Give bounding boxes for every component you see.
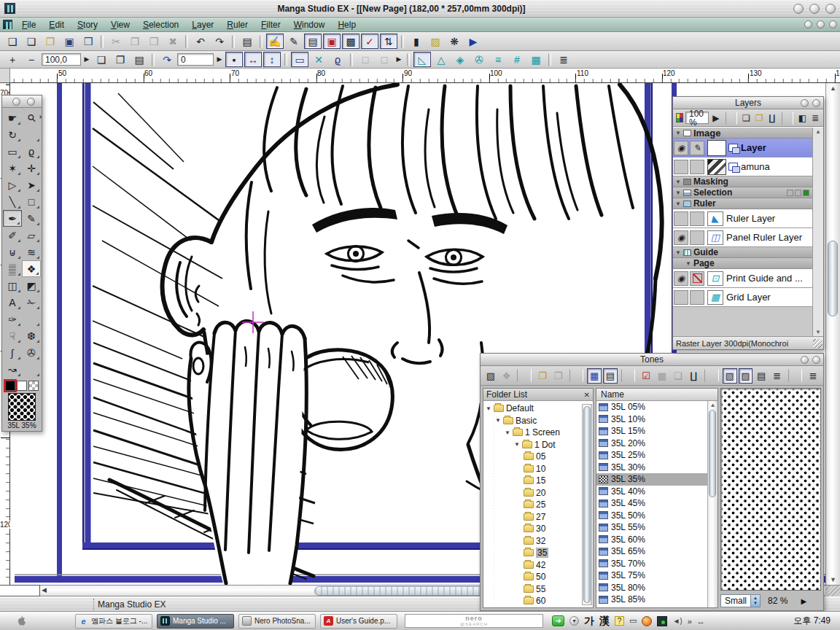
effects-button[interactable]: ❋ <box>446 34 463 49</box>
text-tool[interactable]: A <box>3 294 22 311</box>
tray-overflow-chevron[interactable]: » <box>688 617 692 626</box>
view-details-button[interactable]: ≣ <box>770 368 785 384</box>
tone-list-item[interactable]: 35L 30% <box>596 462 707 474</box>
volume-icon[interactable]: ◄) <box>672 617 682 625</box>
tones-title-bar[interactable]: Tones <box>481 354 823 366</box>
menu-item[interactable]: Ruler <box>220 20 254 30</box>
layer-row[interactable]: ▼ Masking <box>673 176 812 187</box>
sewing-tool[interactable]: ✁ <box>22 294 41 311</box>
tone-list-item[interactable]: 35L 05% <box>596 401 707 413</box>
tone-list-item[interactable]: 35L 75% <box>596 569 707 582</box>
page-list-button[interactable]: ▤ <box>304 34 322 49</box>
expand-triangle-icon[interactable]: ▼ <box>675 130 681 136</box>
expand-triangle-icon[interactable]: ▼ <box>495 417 501 424</box>
palette-close-button[interactable] <box>812 356 820 364</box>
pattern-brush-tool[interactable]: ❆ <box>22 327 41 344</box>
undo-button[interactable]: ↶ <box>192 34 209 49</box>
tones-menu-button[interactable]: ≣ <box>806 368 820 384</box>
layer-thumbnail[interactable] <box>707 140 726 156</box>
transparent-color-swatch[interactable] <box>28 381 39 391</box>
ruler-parallel-button[interactable]: ≡ <box>489 52 507 67</box>
tone-list-item[interactable]: 35L 35% <box>596 473 707 486</box>
zoom-out-button[interactable]: − <box>23 52 40 67</box>
layer-name[interactable]: amuna <box>741 161 770 172</box>
marker-tool[interactable]: ✐ <box>3 227 22 244</box>
lock-layer-button[interactable]: ◧ <box>797 110 809 125</box>
new-layer-button[interactable]: ❏ <box>741 110 752 125</box>
current-tone-preview[interactable] <box>8 393 36 421</box>
curve-ruler-tool[interactable]: ∫ <box>3 344 22 361</box>
layer-name[interactable]: Panel Ruler Layer <box>726 232 802 243</box>
compass-ruler-tool[interactable]: ✇ <box>22 344 41 361</box>
palette-resize-grip[interactable] <box>813 339 822 349</box>
nero-search-go-button[interactable]: ➜ <box>552 615 564 626</box>
view-checker-button[interactable]: ▨ <box>739 368 753 384</box>
print-size-button[interactable]: ▤ <box>131 52 148 67</box>
tone-list-scrollbar[interactable]: ▲ <box>707 401 718 607</box>
layer-opacity-field[interactable]: 100 % <box>685 112 709 124</box>
tone-list-item[interactable]: 35L 80% <box>596 582 707 594</box>
layer-row[interactable]: amuna <box>673 158 812 176</box>
copy-button[interactable]: ❐ <box>126 34 144 49</box>
rotate-view-button[interactable]: ↷ <box>158 52 176 67</box>
start-menu-apple-icon[interactable] <box>14 615 27 628</box>
zoom-menu-arrow[interactable]: ▶ <box>82 52 91 67</box>
layer-row[interactable]: ▼ Ruler <box>673 198 812 209</box>
ruler-frame-button[interactable]: ▦ <box>527 52 545 67</box>
tone-list-item[interactable]: 35L 15% <box>596 425 707 438</box>
scroll-down-arrow[interactable]: ▼ <box>826 576 840 583</box>
polyline-ruler-tool[interactable]: ↝ <box>3 361 22 378</box>
materials-button[interactable]: ▮ <box>408 34 425 49</box>
layer-name[interactable]: Print Guide and ... <box>726 273 803 284</box>
layers-title-bar[interactable]: Layers <box>673 97 823 109</box>
view-name-list-button[interactable]: ▤ <box>754 368 769 384</box>
folder-tree-item[interactable]: ▼ Basic <box>493 415 593 427</box>
sync-pages-button[interactable]: ⇅ <box>380 34 397 49</box>
edit-checkbox[interactable] <box>690 290 704 305</box>
expand-triangle-icon[interactable]: ▼ <box>675 201 681 207</box>
toolbar-menu-button[interactable]: ≣ <box>555 52 572 67</box>
new-folder-button[interactable]: ❐ <box>551 368 566 384</box>
tone-list-item[interactable]: 35L 65% <box>596 545 707 558</box>
menu-item[interactable]: Edit <box>42 20 71 30</box>
line-tool[interactable]: ╲ <box>3 193 22 210</box>
selection-marquee-button[interactable]: ▭ <box>291 52 308 67</box>
edit-checkbox[interactable] <box>690 271 704 286</box>
next-layer-button[interactable]: □ <box>376 52 393 67</box>
menu-item[interactable]: Filter <box>254 20 287 30</box>
ruler-compass-button[interactable]: ✇ <box>470 52 488 67</box>
layer-row[interactable]: ◉ ⊡ Print Guide and ... <box>673 269 812 288</box>
rotate-menu-arrow[interactable]: ▶ <box>215 52 224 67</box>
layer-thumbnail[interactable] <box>707 159 726 175</box>
clear-selection-button[interactable]: ✕ <box>310 52 327 67</box>
ruler-grid-button[interactable]: # <box>508 52 526 67</box>
network-icon[interactable]: ↔ <box>697 617 704 626</box>
palette-collapse-button[interactable] <box>12 98 20 106</box>
folder-tree-scrollbar[interactable] <box>582 404 592 605</box>
visibility-checkbox[interactable] <box>674 211 688 226</box>
layer-name[interactable]: Layer <box>741 142 766 153</box>
pen-tool[interactable]: ✒ <box>3 210 22 227</box>
ruler-triangle-button[interactable]: △ <box>432 52 450 67</box>
expand-triangle-icon[interactable]: ▼ <box>486 405 491 412</box>
resize-grip[interactable] <box>825 585 840 596</box>
save-all-button[interactable]: ❒ <box>79 34 97 49</box>
scroll-left-arrow[interactable]: ◀ <box>42 586 47 594</box>
window-maximize-button[interactable] <box>809 4 820 14</box>
toolbox-title-bar[interactable] <box>2 96 42 108</box>
reset-view-button[interactable]: ▪ <box>225 52 243 67</box>
invert-selection-button[interactable]: ϱ <box>329 52 346 67</box>
tone-settings-button[interactable]: ☑ <box>639 368 653 384</box>
flip-vertical-button[interactable]: ↕ <box>263 52 281 67</box>
ime-help-icon[interactable]: ? <box>615 616 624 626</box>
view-small-thumbs-button[interactable]: ▧ <box>723 368 737 384</box>
palette-collapse-button[interactable] <box>801 356 809 364</box>
menu-item[interactable]: View <box>104 20 136 30</box>
shape-tool[interactable]: □ <box>22 193 41 210</box>
child-minimize-button[interactable] <box>804 20 812 28</box>
vertical-scrollbar[interactable]: ▲ ▼ <box>825 83 840 585</box>
folder-tree-item[interactable]: 65 <box>521 607 593 608</box>
delete-layer-button[interactable]: ∐ <box>766 110 778 125</box>
eraser-tool[interactable]: ▱ <box>22 227 41 244</box>
rotate-canvas-tool[interactable]: ↻ <box>3 126 22 143</box>
